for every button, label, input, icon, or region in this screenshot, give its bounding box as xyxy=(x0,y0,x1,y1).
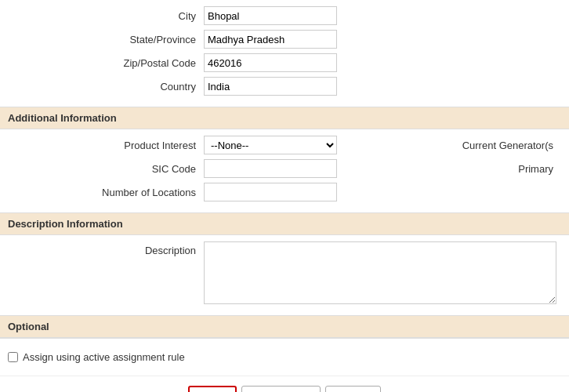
optional-section: Assign using active assignment rule xyxy=(0,338,569,376)
cancel-button[interactable]: Cancel xyxy=(325,386,380,392)
sic-code-label: SIC Code xyxy=(8,163,204,175)
description-section: Description xyxy=(0,235,569,315)
zip-label: Zip/Postal Code xyxy=(8,57,204,69)
description-textarea[interactable] xyxy=(204,241,556,304)
state-label: State/Province xyxy=(8,34,204,45)
country-row: Country xyxy=(0,77,569,96)
product-interest-select[interactable]: --None-- Cold Calling Existing Customer … xyxy=(204,136,337,154)
num-locations-label: Number of Locations xyxy=(8,187,204,198)
optional-section-header: Optional xyxy=(0,315,569,338)
additional-info-header: Additional Information xyxy=(0,107,569,129)
city-input[interactable] xyxy=(204,6,337,25)
page-wrapper: City State/Province Zip/Postal Code Coun… xyxy=(0,0,569,392)
country-label: Country xyxy=(8,81,204,93)
sic-code-row: SIC Code Primary xyxy=(0,159,569,178)
primary-label: Primary xyxy=(518,163,561,175)
assignment-rule-row: Assign using active assignment rule xyxy=(0,345,569,369)
city-row: City xyxy=(0,6,569,25)
product-interest-label: Product Interest xyxy=(8,140,204,151)
description-row: Description xyxy=(0,241,569,304)
current-generator-label: Current Generator(s xyxy=(462,140,561,151)
country-input[interactable] xyxy=(204,77,337,96)
num-locations-row: Number of Locations xyxy=(0,183,569,201)
description-info-header: Description Information xyxy=(0,212,569,235)
address-fields-section: City State/Province Zip/Postal Code Coun… xyxy=(0,0,569,107)
zip-input[interactable] xyxy=(204,53,337,72)
assignment-rule-label[interactable]: Assign using active assignment rule xyxy=(23,351,185,363)
zip-row: Zip/Postal Code xyxy=(0,53,569,72)
city-label: City xyxy=(8,10,204,22)
assignment-rule-checkbox[interactable] xyxy=(8,352,18,362)
product-interest-row: Product Interest --None-- Cold Calling E… xyxy=(0,136,569,154)
state-input[interactable] xyxy=(204,30,337,49)
save-new-button[interactable]: Save & New xyxy=(241,386,321,392)
save-button[interactable]: Save xyxy=(188,386,237,392)
description-label: Description xyxy=(8,241,204,256)
num-locations-input[interactable] xyxy=(204,183,337,201)
additional-info-section: Product Interest --None-- Cold Calling E… xyxy=(0,129,569,212)
sic-code-input[interactable] xyxy=(204,159,337,178)
state-row: State/Province xyxy=(0,30,569,49)
button-row: Save Save & New Cancel xyxy=(0,376,569,392)
